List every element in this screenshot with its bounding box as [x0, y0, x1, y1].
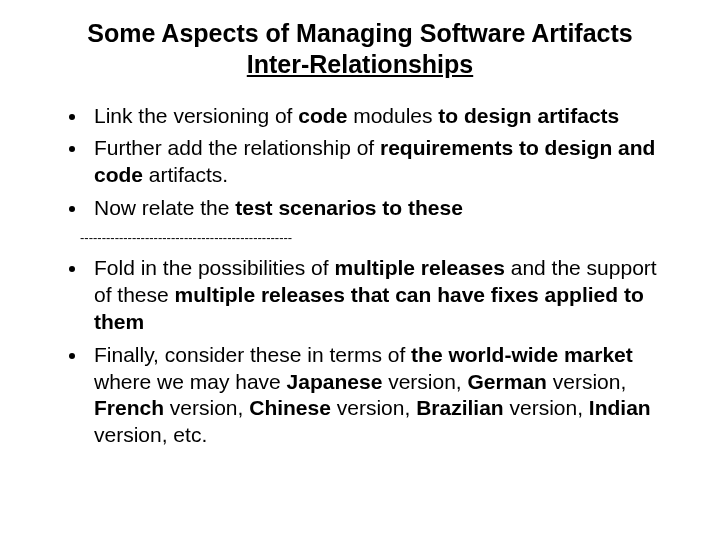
bullet-text: where we may have — [94, 370, 287, 393]
slide: Some Aspects of Managing Software Artifa… — [0, 0, 720, 540]
bullet-text: version, — [331, 396, 416, 419]
bullet-text: test scenarios to these — [235, 196, 463, 219]
bullet-text: code — [298, 104, 347, 127]
bullet-text: Brazilian — [416, 396, 504, 419]
bullet-text: version, — [504, 396, 589, 419]
bullet-text: version, etc. — [94, 423, 207, 446]
bullet-item: Now relate the test scenarios to these — [88, 195, 680, 222]
bullet-text: Japanese — [287, 370, 383, 393]
bullet-item: Link the versioning of code modules to d… — [88, 103, 680, 130]
bullet-list-bottom: Fold in the possibilities of multiple re… — [40, 255, 680, 449]
bullet-text: Fold in the possibilities of — [94, 256, 334, 279]
bullet-text: version, — [382, 370, 467, 393]
bullet-text: artifacts. — [143, 163, 228, 186]
bullet-text: version, — [547, 370, 626, 393]
bullet-item: Finally, consider these in terms of the … — [88, 342, 680, 450]
bullet-text: Indian — [589, 396, 651, 419]
bullet-text: modules — [347, 104, 438, 127]
title-line-2: Inter-Relationships — [247, 50, 473, 78]
bullet-text: Now relate the — [94, 196, 235, 219]
bullet-item: Fold in the possibilities of multiple re… — [88, 255, 680, 336]
bullet-text: multiple releases — [334, 256, 504, 279]
bullet-text: version, — [164, 396, 249, 419]
bullet-text: Finally, consider these in terms of — [94, 343, 411, 366]
divider-line: ----------------------------------------… — [80, 230, 680, 245]
bullet-list-top: Link the versioning of code modules to d… — [40, 103, 680, 223]
bullet-text: Further add the relationship of — [94, 136, 380, 159]
bullet-text: Chinese — [249, 396, 331, 419]
bullet-text: multiple releases that can have fixes ap… — [94, 283, 644, 333]
bullet-text: the world-wide market — [411, 343, 633, 366]
bullet-text: German — [468, 370, 547, 393]
title-line-1: Some Aspects of Managing Software Artifa… — [87, 19, 632, 47]
bullet-text: Link the versioning of — [94, 104, 298, 127]
slide-title: Some Aspects of Managing Software Artifa… — [40, 18, 680, 81]
bullet-item: Further add the relationship of requirem… — [88, 135, 680, 189]
bullet-text: French — [94, 396, 164, 419]
bullet-text: to design artifacts — [438, 104, 619, 127]
